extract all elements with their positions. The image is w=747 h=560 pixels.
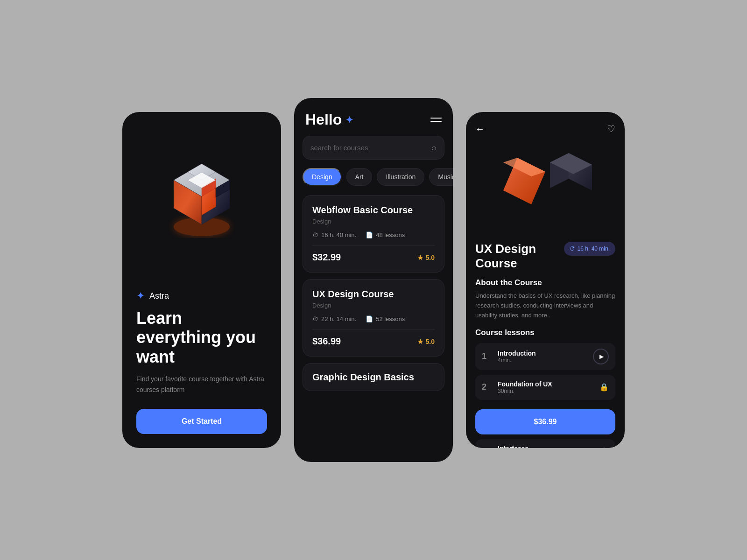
lock-icon-3: 🔒 — [599, 447, 609, 448]
star-icon-2: ★ — [417, 338, 423, 345]
about-text: Understand the basics of UX research, li… — [475, 291, 615, 320]
search-icon: ⌕ — [431, 143, 437, 153]
screen3-content: UX Design Course ⏱ 16 h. 40 min. About t… — [466, 232, 625, 448]
lesson-item-1[interactable]: 1 Introduction 4min. ▶ — [475, 343, 615, 370]
star-icon: ★ — [417, 254, 423, 261]
lessons-icon: 📄 — [366, 231, 373, 238]
brand-row: ✦ Astra — [136, 290, 267, 302]
filter-tab-art[interactable]: Art — [346, 168, 373, 186]
course-title-graphic: Graphic Design Basics — [312, 372, 414, 383]
course-duration-ux: ⏱ 22 h. 14 min. — [312, 315, 356, 322]
greeting-star-icon: ✦ — [345, 114, 353, 126]
course-detail-title: UX Design Course — [475, 242, 558, 271]
lesson-item-2: 2 Foundation of UX 30min. 🔒 — [475, 375, 615, 400]
clock-icon: ⏱ — [312, 231, 318, 238]
about-section-title: About the Course — [475, 278, 615, 287]
course-footer-ux: $36.99 ★ 5.0 — [312, 336, 435, 347]
course-category-ux: Design — [312, 302, 435, 309]
screen1-content: ✦ Astra Learn everything you want Find y… — [122, 280, 281, 448]
lessons-list: 1 Introduction 4min. ▶ 2 Foundation of U… — [475, 343, 615, 448]
lessons-section-title: Course lessons — [475, 328, 615, 337]
menu-line-2 — [430, 121, 442, 122]
filter-tabs: Design Art Illustration Music — [294, 168, 453, 195]
lesson-info-2: Foundation of UX 30min. — [498, 380, 593, 394]
buy-button[interactable]: $36.99 — [475, 409, 615, 434]
clock-icon-2: ⏱ — [312, 315, 318, 322]
course-lessons-ux: 📄 52 lessons — [366, 315, 405, 322]
screens-container: ✦ Astra Learn everything you want Find y… — [104, 79, 643, 481]
course-meta-ux: ⏱ 22 h. 14 min. 📄 52 lessons — [312, 315, 435, 329]
course-category-webflow: Design — [312, 218, 435, 225]
onboarding-subtitle: Find your favorite course together with … — [136, 374, 267, 395]
play-triangle-icon: ▶ — [599, 353, 604, 360]
onboarding-title: Learn everything you want — [136, 308, 267, 366]
search-bar[interactable]: search for courses ⌕ — [303, 136, 444, 160]
course-duration-webflow: ⏱ 16 h. 40 min. — [312, 231, 356, 238]
course-price-webflow: $32.99 — [312, 252, 341, 263]
screen-onboarding: ✦ Astra Learn everything you want Find y… — [122, 112, 281, 448]
lesson-duration-1: 4min. — [498, 357, 586, 364]
filter-tab-music[interactable]: Music — [429, 168, 453, 186]
course-price-ux: $36.99 — [312, 336, 341, 347]
screen-course-list: Hello ✦ search for courses ⌕ Design Art … — [294, 98, 453, 462]
search-placeholder-text: search for courses — [310, 144, 368, 152]
course-footer-webflow: $32.99 ★ 5.0 — [312, 252, 435, 263]
menu-line-1 — [430, 118, 442, 119]
lesson-item-3: 3 Interfaces 34min. 🔒 — [475, 439, 615, 448]
lesson-name-2: Foundation of UX — [498, 380, 593, 388]
filter-tab-design[interactable]: Design — [303, 168, 342, 186]
duration-badge: ⏱ 16 h. 40 min. — [564, 242, 615, 256]
lesson-num-1: 1 — [482, 351, 491, 361]
lesson-info-1: Introduction 4min. — [498, 350, 586, 364]
menu-button[interactable] — [430, 118, 442, 122]
lesson-info-3: Interfaces 34min. — [498, 445, 593, 448]
greeting-title: Hello ✦ — [305, 111, 353, 128]
lock-icon-2: 🔒 — [599, 383, 609, 392]
back-button[interactable]: ← — [475, 124, 485, 134]
course-card-graphic[interactable]: Graphic Design Basics — [303, 363, 444, 391]
hero-section — [122, 112, 281, 280]
course-rating-webflow: ★ 5.0 — [417, 254, 435, 261]
lessons-icon-2: 📄 — [366, 315, 373, 322]
cube-illustration — [155, 154, 248, 248]
brand-name: Astra — [149, 291, 169, 301]
badge-clock-icon: ⏱ — [570, 245, 575, 252]
get-started-button[interactable]: Get Started — [136, 409, 267, 434]
play-button-1[interactable]: ▶ — [593, 349, 609, 364]
course-lessons-webflow: 📄 48 lessons — [366, 231, 405, 238]
lesson-num-3: 3 — [482, 447, 491, 448]
favorite-button[interactable]: ♡ — [607, 123, 615, 134]
screen2-header: Hello ✦ — [294, 98, 453, 136]
course-card-ux[interactable]: UX Design Course Design ⏱ 22 h. 14 min. … — [303, 279, 444, 357]
course-hero-svg — [475, 144, 615, 228]
lesson-name-3: Interfaces — [498, 445, 593, 448]
screen3-nav: ← ♡ — [466, 112, 625, 139]
lesson-name-1: Introduction — [498, 350, 586, 357]
course-hero-image — [466, 139, 625, 232]
course-title-webflow: Webflow Basic Course — [312, 205, 435, 216]
brand-star-icon: ✦ — [136, 290, 145, 302]
course-card-webflow[interactable]: Webflow Basic Course Design ⏱ 16 h. 40 m… — [303, 195, 444, 273]
filter-tab-illustration[interactable]: Illustration — [377, 168, 424, 186]
courses-list: Webflow Basic Course Design ⏱ 16 h. 40 m… — [294, 195, 453, 462]
course-rating-ux: ★ 5.0 — [417, 338, 435, 345]
course-title-ux: UX Design Course — [312, 289, 435, 300]
screen-course-detail: ← ♡ — [466, 112, 625, 448]
course-title-row: UX Design Course ⏱ 16 h. 40 min. — [475, 242, 615, 271]
lesson-duration-2: 30min. — [498, 388, 593, 394]
course-meta-webflow: ⏱ 16 h. 40 min. 📄 48 lessons — [312, 231, 435, 245]
lesson-num-2: 2 — [482, 382, 491, 392]
